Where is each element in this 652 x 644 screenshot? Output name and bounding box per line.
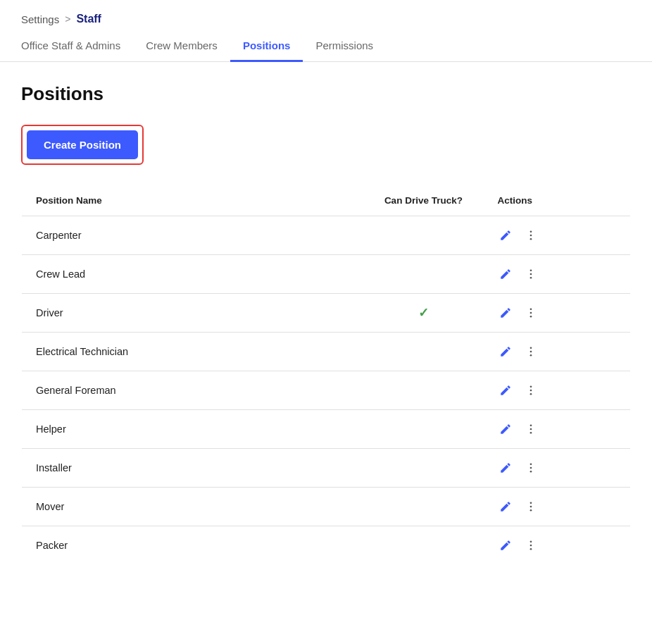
can-drive-cell (356, 332, 490, 371)
svg-point-7 (529, 311, 532, 314)
breadcrumb-settings[interactable]: Settings (21, 13, 59, 25)
breadcrumb: Settings > Staff (0, 0, 652, 32)
create-position-button[interactable]: Create Position (27, 130, 138, 159)
actions-cell (491, 526, 631, 564)
svg-point-25 (529, 544, 532, 546)
edit-button[interactable] (498, 305, 513, 321)
edit-button[interactable] (498, 266, 513, 282)
edit-button[interactable] (498, 344, 513, 359)
position-name: Crew Lead (22, 254, 357, 293)
position-name: Packer (22, 526, 357, 564)
more-options-button[interactable] (523, 538, 539, 553)
svg-point-23 (529, 509, 532, 511)
col-header-actions: Actions (491, 185, 631, 216)
can-drive-cell (356, 254, 490, 293)
svg-point-16 (529, 428, 532, 430)
tab-office-staff[interactable]: Office Staff & Admins (21, 32, 133, 62)
pencil-icon (499, 306, 512, 319)
table-row: Electrical Technician (22, 332, 631, 371)
pencil-icon (499, 268, 512, 280)
table-row: General Foreman (22, 371, 631, 409)
svg-point-12 (529, 385, 532, 388)
more-options-button[interactable] (523, 383, 539, 398)
svg-point-8 (529, 315, 532, 317)
action-icons (498, 421, 616, 437)
edit-button[interactable] (498, 538, 513, 553)
svg-point-3 (529, 269, 532, 271)
edit-button[interactable] (498, 499, 513, 514)
can-drive-cell (356, 216, 490, 254)
actions-cell (491, 293, 631, 332)
svg-point-19 (529, 466, 532, 469)
svg-point-21 (529, 502, 532, 504)
breadcrumb-current: Staff (76, 13, 101, 25)
tab-positions[interactable]: Positions (230, 32, 303, 62)
pencil-icon (499, 423, 512, 435)
edit-button[interactable] (498, 383, 513, 398)
more-options-button[interactable] (523, 266, 539, 282)
svg-point-10 (529, 350, 532, 352)
svg-point-20 (529, 470, 532, 472)
page-title: Positions (21, 83, 631, 105)
actions-cell (491, 409, 631, 448)
svg-point-14 (529, 392, 532, 395)
position-name: Mover (22, 487, 357, 526)
more-options-button[interactable] (523, 305, 539, 321)
table-row: Crew Lead (22, 254, 631, 293)
tab-nav: Office Staff & Admins Crew Members Posit… (0, 32, 652, 62)
action-icons (498, 460, 616, 476)
action-icons (498, 266, 616, 282)
table-row: Packer (22, 526, 631, 564)
svg-point-26 (529, 547, 532, 550)
svg-point-1 (529, 234, 532, 236)
table-row: Installer (22, 448, 631, 487)
more-options-button[interactable] (523, 344, 539, 359)
svg-point-9 (529, 347, 532, 349)
can-drive-cell (356, 371, 490, 409)
more-options-button[interactable] (523, 421, 539, 437)
pencil-icon (499, 229, 512, 242)
dots-icon (525, 539, 537, 552)
dots-icon (525, 345, 537, 358)
actions-cell (491, 254, 631, 293)
dots-icon (525, 306, 537, 319)
actions-cell (491, 487, 631, 526)
more-options-button[interactable] (523, 460, 539, 476)
can-drive-cell (356, 448, 490, 487)
svg-point-18 (529, 463, 532, 465)
actions-cell (491, 216, 631, 254)
position-name: Electrical Technician (22, 332, 357, 371)
actions-cell (491, 332, 631, 371)
pencil-icon (499, 462, 512, 474)
position-name: General Foreman (22, 371, 357, 409)
col-header-can-drive: Can Drive Truck? (356, 185, 490, 216)
action-icons (498, 228, 616, 243)
svg-point-15 (529, 424, 532, 426)
tab-permissions[interactable]: Permissions (303, 32, 386, 62)
svg-point-11 (529, 354, 532, 356)
svg-point-22 (529, 505, 532, 507)
dots-icon (525, 423, 537, 435)
table-row: Driver✓ (22, 293, 631, 332)
edit-button[interactable] (498, 421, 513, 437)
svg-point-2 (529, 237, 532, 240)
main-content: Positions Create Position Position Name … (0, 62, 652, 586)
action-icons (498, 383, 616, 398)
action-icons (498, 344, 616, 359)
can-drive-cell (356, 409, 490, 448)
more-options-button[interactable] (523, 228, 539, 243)
checkmark-icon: ✓ (418, 306, 429, 320)
action-icons (498, 538, 616, 553)
position-name: Carpenter (22, 216, 357, 254)
svg-point-6 (529, 308, 532, 310)
col-header-position-name: Position Name (22, 185, 357, 216)
more-options-button[interactable] (523, 499, 539, 514)
edit-button[interactable] (498, 460, 513, 476)
can-drive-cell (356, 526, 490, 564)
svg-point-5 (529, 276, 532, 278)
can-drive-cell (356, 487, 490, 526)
svg-point-4 (529, 273, 532, 275)
edit-button[interactable] (498, 228, 513, 243)
position-name: Installer (22, 448, 357, 487)
tab-crew-members[interactable]: Crew Members (133, 32, 230, 62)
